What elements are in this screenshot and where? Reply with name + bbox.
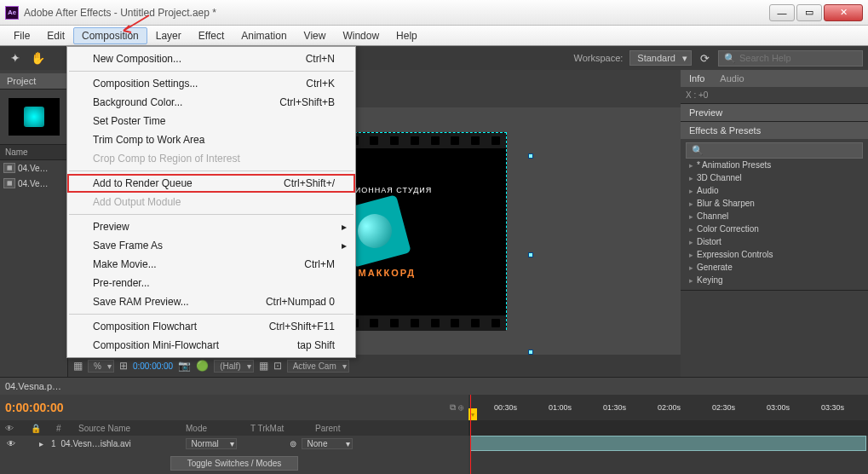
menu-item[interactable]: Composition FlowchartCtrl+Shift+F11	[67, 317, 355, 336]
pickwhip-icon[interactable]: ⊚	[290, 439, 296, 448]
layer-bar[interactable]	[470, 436, 866, 451]
menu-effect[interactable]: Effect	[190, 27, 233, 44]
timeline-timecode[interactable]: 0:00:00:00	[5, 401, 64, 414]
toggle-switches-button[interactable]: Toggle Switches / Modes	[170, 456, 298, 471]
ruler-tick: 00:30s	[494, 403, 517, 412]
ruler-tick: 01:30s	[603, 403, 626, 412]
project-thumbnail	[9, 98, 60, 136]
menu-item: Add Output Module	[67, 193, 355, 211]
layout-icon[interactable]: ⊞	[119, 360, 128, 372]
comp-icon: ▦	[3, 163, 15, 173]
menu-item[interactable]: Set Poster Time	[67, 112, 355, 130]
resolution-dropdown[interactable]: (Half)	[214, 360, 253, 373]
camera-icon[interactable]: 📷	[178, 360, 191, 372]
project-item[interactable]: ▦04.Ve…	[0, 160, 67, 176]
audio-tab[interactable]: Audio	[716, 72, 747, 84]
search-help-box[interactable]: 🔍	[718, 50, 863, 66]
preview-tab[interactable]: Preview	[686, 107, 726, 118]
name-column-header: Name	[0, 144, 67, 160]
source-name-header: Source Name	[78, 424, 172, 433]
composition-menu: New Composition...Ctrl+NComposition Sett…	[66, 46, 356, 358]
menu-item[interactable]: Save Frame As	[67, 236, 355, 255]
layer-row[interactable]: 👁 ▸ 1 04.Vesn…ishla.avi Normal ⊚ None	[0, 436, 468, 451]
timeline-tab[interactable]: 04.Vesna.p…	[5, 381, 61, 391]
hand-tool[interactable]: ✋	[27, 49, 48, 67]
close-button[interactable]: ✕	[824, 4, 863, 21]
menu-item[interactable]: Save RAM Preview...Ctrl+Numpad 0	[67, 292, 355, 311]
menu-item: Crop Comp to Region of Interest	[67, 149, 355, 168]
eye-icon[interactable]: 👁	[5, 439, 17, 448]
preset-category[interactable]: Blur & Sharpen	[686, 197, 863, 210]
preset-category[interactable]: Generate	[686, 261, 863, 274]
ruler-tick: 02:30s	[712, 403, 735, 412]
viewer-timecode[interactable]: 0:00:00:00	[133, 361, 173, 371]
preset-category[interactable]: Distort	[686, 235, 863, 248]
parent-dropdown[interactable]: None	[302, 438, 353, 449]
menu-item[interactable]: New Composition...Ctrl+N	[67, 49, 355, 68]
menu-view[interactable]: View	[296, 27, 335, 44]
selection-tool[interactable]: ✦	[5, 49, 26, 67]
trkmat-header: T TrkMat	[250, 424, 302, 433]
search-icon: 🔍	[692, 145, 704, 156]
effects-presets-tab[interactable]: Effects & Presets	[686, 124, 764, 136]
menu-help[interactable]: Help	[388, 27, 426, 44]
snap-icon[interactable]: ⧉ ⊕	[450, 402, 463, 413]
preset-category[interactable]: Keying	[686, 274, 863, 286]
project-item[interactable]: ▦04.Ve…	[0, 176, 67, 191]
workspace-dropdown[interactable]: Standard	[629, 50, 692, 66]
render-icon[interactable]: ▦	[259, 360, 268, 372]
layer-name: 04.Vesn…ishla.avi	[61, 439, 181, 448]
menu-window[interactable]: Window	[334, 27, 388, 44]
transform-handle[interactable]	[528, 350, 533, 355]
parent-header: Parent	[315, 424, 340, 433]
footage-icon: ▦	[3, 178, 15, 188]
effects-search[interactable]: 🔍	[686, 142, 863, 159]
workspace-label: Workspace:	[573, 53, 623, 63]
menu-item[interactable]: Add to Render QueueCtrl+Shift+/	[67, 174, 355, 193]
app-icon: Ae	[5, 6, 19, 20]
menu-item[interactable]: Preview	[67, 217, 355, 236]
menu-item[interactable]: Background Color...Ctrl+Shift+B	[67, 93, 355, 112]
menu-file[interactable]: File	[5, 27, 38, 44]
transform-handle[interactable]	[528, 153, 533, 159]
annotation-arrow	[119, 14, 153, 34]
menu-layer[interactable]: Layer	[147, 27, 190, 44]
preset-category[interactable]: Audio	[686, 184, 863, 197]
grid-icon[interactable]: ▦	[73, 360, 83, 372]
menu-item[interactable]: Pre-render...	[67, 274, 355, 292]
minimize-button[interactable]: —	[769, 4, 795, 21]
toggle-icon[interactable]: ⊡	[273, 360, 282, 372]
color-icon[interactable]: 🟢	[196, 360, 209, 372]
project-tab[interactable]: Project	[0, 73, 67, 90]
info-xy: X : +0	[686, 90, 708, 100]
search-icon: 🔍	[724, 53, 736, 64]
preset-category[interactable]: Expression Controls	[686, 248, 863, 261]
maximize-button[interactable]: ▭	[796, 4, 822, 21]
menu-item[interactable]: Make Movie...Ctrl+M	[67, 255, 355, 274]
preset-category[interactable]: * Animation Presets	[686, 159, 863, 171]
ruler-tick: 03:30s	[821, 403, 844, 412]
info-tab[interactable]: Info	[686, 72, 708, 84]
menu-item[interactable]: Composition Mini-Flowcharttap Shift	[67, 336, 355, 355]
search-help-input[interactable]	[739, 53, 857, 63]
menu-item[interactable]: Composition Settings...Ctrl+K	[67, 74, 355, 93]
menu-animation[interactable]: Animation	[233, 27, 295, 44]
transform-handle[interactable]	[528, 252, 533, 257]
layer-number: 1	[51, 439, 56, 448]
preset-category[interactable]: Channel	[686, 210, 863, 223]
ruler-tick: 03:00s	[767, 403, 790, 412]
mode-header: Mode	[186, 424, 237, 433]
menu-edit[interactable]: Edit	[38, 27, 73, 44]
view-dropdown[interactable]: Active Cam	[287, 360, 349, 373]
preset-category[interactable]: 3D Channel	[686, 171, 863, 184]
project-item-label: 04.Ve…	[18, 179, 49, 188]
project-item-label: 04.Ve…	[18, 164, 49, 173]
preset-category[interactable]: Color Correction	[686, 223, 863, 235]
ruler-tick: 01:00s	[549, 403, 572, 412]
menu-item[interactable]: Trim Comp to Work Area	[67, 130, 355, 149]
zoom-dropdown[interactable]: %	[88, 360, 114, 373]
mode-dropdown[interactable]: Normal	[186, 438, 237, 449]
refresh-icon[interactable]: ⟳	[700, 52, 710, 65]
ruler-tick: 02:00s	[658, 403, 681, 412]
playhead[interactable]	[470, 395, 471, 474]
